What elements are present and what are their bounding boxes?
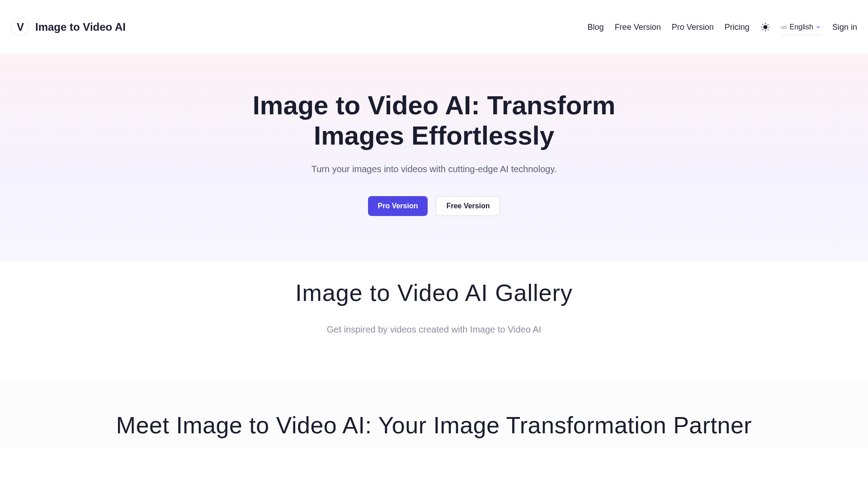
- hero-section: Image to Video AI: Transform Images Effo…: [0, 54, 868, 261]
- hero-cta-group: Pro Version Free Version: [9, 196, 859, 216]
- svg-line-3: [762, 24, 763, 25]
- logo-v-icon: V: [17, 21, 23, 33]
- partner-title: Meet Image to Video AI: Your Image Trans…: [9, 412, 859, 439]
- hero-title: Image to Video AI: Transform Images Effo…: [231, 90, 637, 150]
- nav-pricing[interactable]: Pricing: [725, 23, 750, 32]
- gallery-subtitle: Get inspired by videos created with Imag…: [9, 324, 859, 335]
- nav-free-version[interactable]: Free Version: [615, 23, 661, 32]
- svg-line-4: [768, 29, 768, 30]
- nav-pro-version[interactable]: Pro Version: [672, 23, 714, 32]
- free-version-button[interactable]: Free Version: [436, 196, 500, 216]
- partner-section: Meet Image to Video AI: Your Image Trans…: [0, 380, 868, 448]
- hero-subtitle: Turn your images into videos with cuttin…: [9, 164, 859, 174]
- language-label: English: [789, 23, 813, 31]
- logo-badge: V: [11, 18, 29, 36]
- nav-blog[interactable]: Blog: [588, 23, 604, 32]
- svg-line-7: [762, 29, 763, 30]
- language-selector[interactable]: us English: [781, 19, 821, 35]
- gallery-title: Image to Video AI Gallery: [9, 279, 859, 306]
- chevron-down-icon: [815, 24, 821, 30]
- pro-version-button[interactable]: Pro Version: [368, 196, 428, 216]
- site-header: V Image to Video AI Blog Free Version Pr…: [0, 0, 868, 54]
- svg-point-0: [764, 25, 767, 28]
- main-nav: Blog Free Version Pro Version Pricing us…: [588, 19, 857, 35]
- gallery-section: Image to Video AI Gallery Get inspired b…: [0, 261, 868, 380]
- language-prefix: us: [781, 24, 787, 30]
- svg-line-8: [768, 24, 768, 25]
- logo-text: Image to Video AI: [35, 21, 126, 33]
- logo-section[interactable]: V Image to Video AI: [11, 18, 126, 36]
- theme-toggle-button[interactable]: [760, 22, 770, 32]
- nav-sign-in[interactable]: Sign in: [832, 23, 857, 32]
- sun-icon: [760, 22, 770, 32]
